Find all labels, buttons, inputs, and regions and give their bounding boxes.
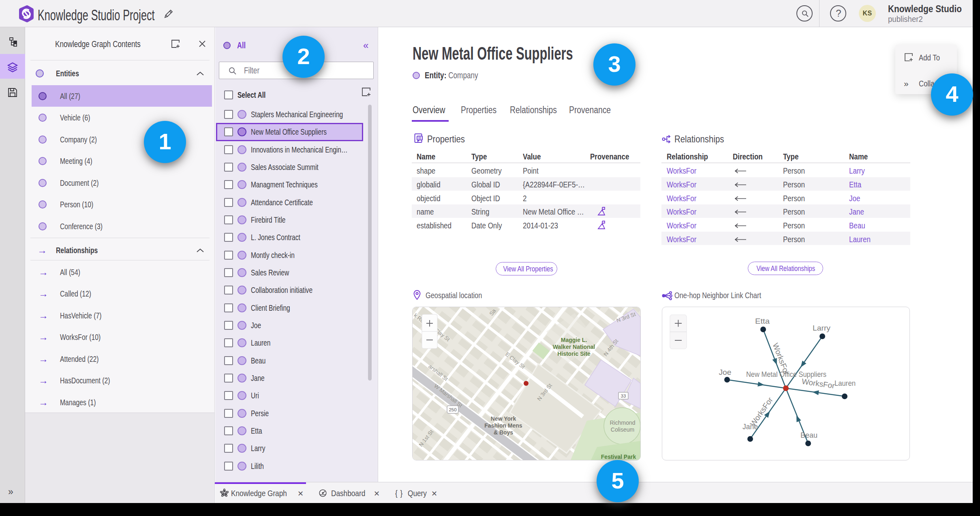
svg-text:Walker National: Walker National	[553, 344, 595, 350]
svg-text:Festival Park: Festival Park	[601, 454, 636, 460]
svg-text:New Metal Office Suppliers: New Metal Office Suppliers	[746, 370, 826, 378]
svg-text:Richmond: Richmond	[610, 419, 635, 426]
svg-text:Lauren: Lauren	[834, 379, 856, 387]
svg-text:Historic Site: Historic Site	[557, 350, 591, 357]
svg-text:New York: New York	[491, 415, 516, 422]
svg-text:Etta: Etta	[755, 317, 770, 325]
svg-text:& Boys: & Boys	[494, 429, 513, 436]
svg-text:Jane: Jane	[742, 422, 758, 431]
svg-text:Maggie L.: Maggie L.	[561, 337, 587, 343]
svg-text:Coliseum: Coliseum	[611, 426, 634, 433]
svg-text:WorksFor: WorksFor	[801, 377, 836, 390]
svg-text:33: 33	[621, 393, 626, 398]
svg-text:Larry: Larry	[813, 324, 830, 332]
svg-text:Joe: Joe	[719, 368, 732, 376]
svg-text:250: 250	[449, 407, 456, 412]
svg-text:Beau: Beau	[800, 431, 817, 439]
svg-text:Fashion Mens: Fashion Mens	[484, 422, 522, 429]
